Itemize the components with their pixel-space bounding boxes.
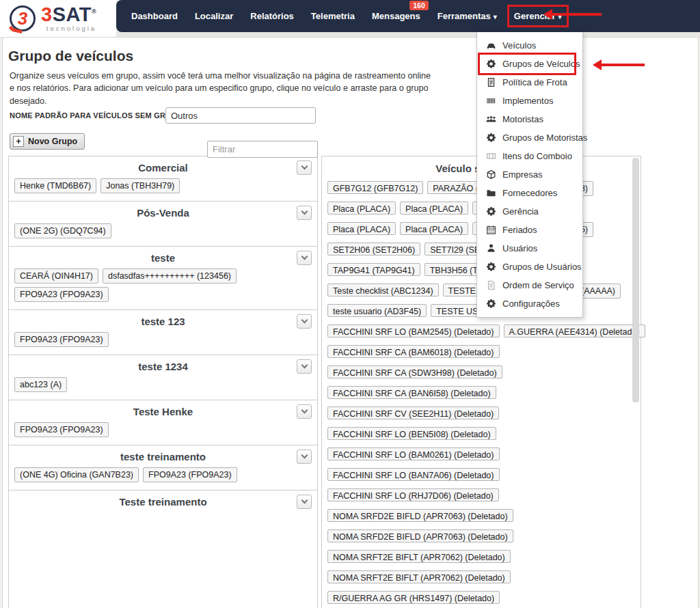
- vehicle-chip[interactable]: NOMA SRFT2E BIFLT (APR7062) (Deletado): [327, 570, 511, 583]
- scrollbar-thumb[interactable]: [632, 158, 639, 402]
- vehicle-chip[interactable]: SET2H06 (SET2H06): [327, 243, 420, 255]
- vehicle-chip[interactable]: Jonas (TBH3H79): [100, 178, 180, 193]
- doc-icon: [485, 280, 496, 291]
- person-icon: [485, 243, 496, 254]
- vehicle-chip[interactable]: FPO9A23 (FPO9A23): [14, 422, 109, 437]
- group-vehicle-list: Henke (TMD6B67)Jonas (TBH3H79): [14, 178, 312, 197]
- filter-input[interactable]: [207, 141, 318, 158]
- cube-icon: [485, 169, 496, 180]
- nav-item-dashboard[interactable]: Dashboard: [131, 11, 178, 21]
- menu-item-implementos[interactable]: Implementos: [477, 92, 582, 110]
- vehicle-chip[interactable]: (ONE 2G) (GDQ7C94): [14, 223, 111, 238]
- group-title: teste 1234: [14, 359, 312, 374]
- filmstrip-icon: [485, 151, 496, 162]
- vehicle-chip[interactable]: Teste checklist (ABC1234): [327, 284, 439, 296]
- vehicle-chip[interactable]: CEARÁ (OIN4H17): [14, 268, 98, 284]
- vehicle-group-section-teste-henke: Teste HenkeFPO9A23 (FPO9A23): [9, 400, 317, 445]
- vehicle-chip[interactable]: Henke (TMD6B67): [14, 178, 96, 193]
- vehicle-chip[interactable]: FACCHINI SRF CA (SDW3H98) (Deletado): [327, 365, 502, 378]
- vehicle-chip[interactable]: Placa (PLACA): [327, 222, 396, 235]
- brand-logo[interactable]: 3 3SAT® tecnologia: [0, 0, 116, 37]
- menu-item-label: Grupos de Motoristas: [502, 133, 587, 143]
- menu-item-ordem-de-servico[interactable]: Ordem de Serviço: [477, 276, 582, 294]
- vehicle-row: FACCHINI SRF CV (SEE2H11) (Deletado): [327, 406, 635, 423]
- default-group-name-label: NOME PADRÃO PARA VEÍCULOS SEM GRUPO: [10, 111, 182, 120]
- vehicle-chip[interactable]: Placa (PLACA): [400, 222, 468, 235]
- group-vehicle-list: (ONE 2G) (GDQ7C94): [14, 223, 312, 242]
- vehicle-chip[interactable]: FPO9A23 (FPO9A23): [14, 287, 109, 302]
- annotation-arrow-grupos-de-veiculos: [596, 64, 645, 66]
- menu-item-empresas[interactable]: Empresas: [477, 165, 582, 184]
- group-collapse-button[interactable]: [297, 251, 312, 265]
- menu-item-usuarios[interactable]: Usuários: [477, 239, 582, 258]
- vehicle-chip[interactable]: abc123 (A): [14, 377, 67, 392]
- vehicle-chip[interactable]: R/GUERRA AG GR (HRS1497) (Deletado): [327, 591, 500, 604]
- vehicle-chip[interactable]: FACCHINI SRF LO (BAN7A06) (Deletado): [327, 468, 500, 481]
- vehicle-chip[interactable]: GFB7G12 (GFB7G12): [327, 181, 423, 194]
- vehicle-chip[interactable]: FACCHINI SRF LO (BEN5I08) (Deletado): [327, 427, 496, 440]
- vehicle-chip[interactable]: FACCHINI SRF LO (RHJ7D06) (Deletado): [327, 488, 499, 501]
- nav-item-telemetria[interactable]: Telemetria: [311, 11, 355, 21]
- vehicle-chip[interactable]: FACCHINI SRF LO (BAM0261) (Deletado): [327, 447, 500, 460]
- vehicle-chip[interactable]: TAP9G41 (TAP9G41): [327, 263, 420, 276]
- group-collapse-button[interactable]: [297, 450, 312, 464]
- vehicle-chip[interactable]: NOMA SRFD2E BIFLD (APR7063) (Deletado): [327, 529, 513, 542]
- group-collapse-button[interactable]: [297, 359, 312, 374]
- vehicle-chip[interactable]: Placa (PLACA): [400, 202, 468, 215]
- menu-item-gerencia[interactable]: Gerência: [477, 202, 582, 221]
- group-title: teste 123: [14, 314, 312, 329]
- vehicle-chip[interactable]: teste usuario (AD3F45): [327, 304, 427, 317]
- vehicle-row: FACCHINI SRF LO (BEN5I08) (Deletado): [327, 427, 635, 443]
- nav-item-localizar[interactable]: Localizar: [195, 11, 233, 21]
- group-collapse-button[interactable]: [297, 161, 312, 175]
- group-title: Comercial: [14, 160, 312, 176]
- vehicle-chip[interactable]: NOMA SRFT2E BIFLT (APR7062) (Deletado): [327, 550, 511, 563]
- group-title: teste: [14, 250, 312, 266]
- vehicle-chip[interactable]: Placa (PLACA): [327, 202, 396, 215]
- menu-item-configuracoes[interactable]: Configurações: [477, 294, 582, 313]
- vehicle-chip[interactable]: NOMA SRFD2E BIFLD (APR7063) (Deletado): [327, 509, 513, 522]
- vehicle-row: FACCHINI SRF CA (SDW3H98) (Deletado): [327, 365, 635, 382]
- vehicle-row: NOMA SRFT2E BIFLT (APR7062) (Deletado): [327, 550, 635, 566]
- menu-item-grupos-de-usuarios[interactable]: Grupos de Usuários: [477, 258, 582, 276]
- menu-item-veiculos[interactable]: Veículos: [477, 36, 582, 55]
- folder-icon: [485, 188, 496, 199]
- group-vehicle-list: abc123 (A): [14, 377, 312, 396]
- group-title: Teste Henke: [14, 404, 312, 419]
- group-title: Teste treinamento: [14, 494, 312, 510]
- nav-item-ferramentas[interactable]: Ferramentas▾: [438, 11, 497, 21]
- chevron-down-icon: [301, 317, 308, 324]
- vehicle-group-section-teste-1234: teste 1234abc123 (A): [9, 355, 317, 400]
- menu-item-label: Itens do Comboio: [502, 151, 572, 161]
- group-collapse-button[interactable]: [297, 206, 312, 220]
- group-collapse-button[interactable]: [297, 495, 312, 509]
- menu-item-grupos-de-motoristas[interactable]: Grupos de Motoristas: [477, 128, 582, 147]
- vehicle-chip[interactable]: FPO9A23 (FPO9A23): [143, 467, 237, 482]
- vehicle-chip[interactable]: dsfasdfas++++++++++ (123456): [103, 268, 237, 284]
- menu-item-politica-de-frota[interactable]: Política de Frota: [477, 73, 582, 92]
- chevron-down-icon: [301, 253, 308, 260]
- vehicle-chip[interactable]: FACCHINI SRF CA (BAN6I58) (Deletado): [327, 386, 496, 399]
- vehicle-row: FACCHINI SRF LO (BAN7A06) (Deletado): [327, 468, 635, 484]
- vehicle-chip[interactable]: FPO9A23 (FPO9A23): [14, 332, 109, 347]
- group-collapse-button[interactable]: [297, 314, 312, 329]
- vehicle-chip[interactable]: FACCHINI SRF CA (BAM6018) (Deletado): [327, 345, 500, 358]
- menu-item-label: Motoristas: [502, 114, 543, 124]
- vehicle-chip[interactable]: FACCHINI SRF LO (BAM2545) (Deletado): [327, 324, 500, 337]
- gear-icon: [485, 262, 496, 273]
- vehicle-row: FACCHINI SRF LO (RHJ7D06) (Deletado): [327, 488, 635, 505]
- chevron-down-icon: [301, 407, 308, 414]
- nav-item-relatorios[interactable]: Relatórios: [250, 11, 294, 21]
- vehicle-chip[interactable]: A.GUERRA (AEE4314) (Deletado): [504, 324, 645, 337]
- menu-item-motoristas[interactable]: Motoristas: [477, 110, 582, 128]
- default-group-name-input[interactable]: [165, 107, 316, 124]
- menu-item-fornecedores[interactable]: Fornecedores: [477, 184, 582, 202]
- group-collapse-button[interactable]: [297, 404, 312, 419]
- menu-item-itens-do-comboio[interactable]: Itens do Comboio: [477, 147, 582, 165]
- vehicle-chip[interactable]: (ONE 4G) Oficina (GAN7B23): [14, 467, 139, 482]
- menu-item-grupos-de-veiculos[interactable]: Grupos de Veículos: [477, 55, 582, 73]
- menu-item-feriados[interactable]: Feriados: [477, 221, 582, 239]
- nav-item-mensagens[interactable]: Mensagens160: [372, 11, 420, 21]
- new-group-button[interactable]: + Novo Grupo: [10, 133, 85, 150]
- vehicle-chip[interactable]: FACCHINI SRF CV (SEE2H11) (Deletado): [327, 406, 499, 419]
